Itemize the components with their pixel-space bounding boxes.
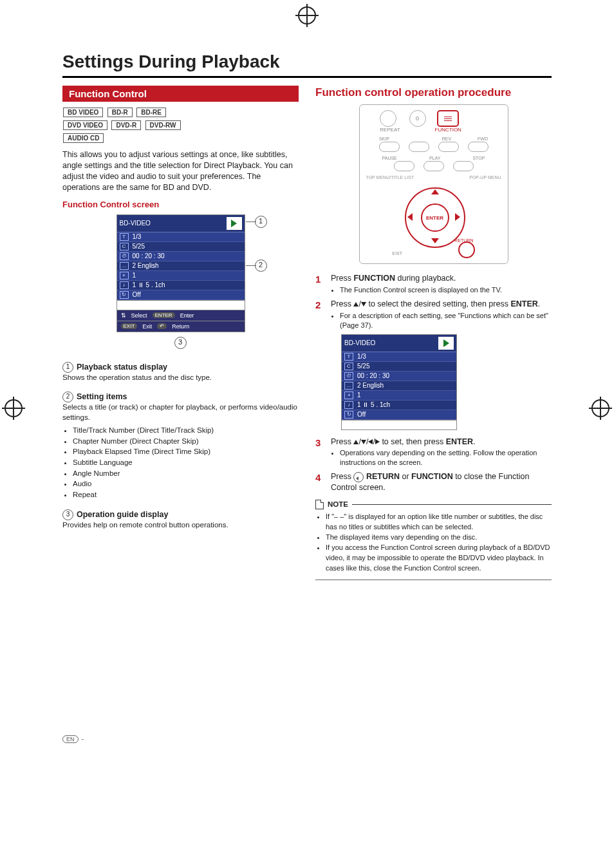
desc-1-text: Shows the operation status and the disc …: [62, 373, 299, 383]
dpad-down-icon: [431, 238, 439, 243]
play-icon: [227, 217, 242, 230]
print-crop-mark: [591, 399, 609, 417]
list-item: Angle Number: [73, 468, 299, 479]
remote-stop-button: [453, 161, 474, 171]
audio-icon: ♪: [120, 281, 129, 289]
remote-return-button: [458, 241, 475, 258]
title-icon: T: [120, 233, 129, 241]
fc-row-value: 1: [133, 272, 136, 279]
remote-play-label: PLAY: [429, 156, 440, 160]
media-label: DVD-RW: [145, 120, 181, 130]
notes-end-rule: [315, 580, 552, 580]
up-arrow-icon: [353, 302, 358, 307]
subtitle-icon: …: [120, 262, 129, 270]
function-control-heading: Function Control: [62, 86, 299, 102]
fc-row-value: Off: [133, 291, 141, 298]
step-note: For a description of each setting, see "…: [340, 311, 552, 330]
remote-illustration: REPEAT 0 FUNCTION: [359, 104, 508, 264]
note-page-icon: [315, 500, 324, 509]
list-item: Subtitle Language: [73, 457, 299, 468]
step-note: Operations vary depending on the setting…: [340, 448, 552, 467]
remote-popup-label: POP-UP MENU: [469, 175, 501, 180]
list-item: Playback Elapsed Time (Direct Time Skip): [73, 446, 299, 457]
desc-2-heading: 2Setting items: [62, 392, 299, 402]
exit-badge-icon: EXIT: [121, 323, 138, 329]
remote-function-label: FUNCTION: [435, 127, 461, 133]
media-label: BD-R: [107, 108, 133, 117]
enter-badge-icon: ENTER: [153, 312, 175, 318]
media-type-labels: BD VIDEO BD-R BD-RE DVD VIDEO DVD-R DVD-…: [62, 106, 299, 144]
print-crop-mark: [5, 399, 23, 417]
list-item: Repeat: [73, 489, 299, 500]
fc-row-value: 1/3: [133, 233, 142, 240]
media-label: AUDIO CD: [63, 133, 104, 143]
fc-screen-illustration-small: BD-VIDEO T1/3 C5/25 ⏱00 : 20 : 30 …2 Eng…: [341, 334, 457, 430]
menu-lines-icon: [444, 115, 452, 122]
fc-row-value: 5/25: [133, 243, 145, 250]
time-icon: ⏱: [120, 252, 129, 260]
remote-skip-back-button: [379, 142, 400, 152]
fc-disc-label: BD-VIDEO: [120, 220, 151, 227]
page-footer: EN -: [62, 735, 552, 743]
fc-screen-illustration: BD-VIDEO T1/3 C5/25 ⏱00 : 20 : 30 …2 Eng…: [116, 214, 245, 332]
dpad-right-icon: [455, 213, 460, 221]
guide-return-label: Return: [172, 323, 189, 330]
media-label: DVD-R: [111, 120, 141, 130]
return-icon: [353, 472, 364, 482]
remote-enter-button: ENTER: [421, 203, 449, 232]
step-2: 2 Press / to select the desired setting,…: [315, 299, 552, 330]
remote-repeat-label: REPEAT: [380, 127, 400, 133]
remote-pause-label: PAUSE: [382, 156, 397, 160]
remote-stop-label: STOP: [472, 156, 485, 160]
step-4: 4 Press RETURN or FUNCTION to close the …: [315, 471, 552, 493]
desc-2-text: Selects a title (or track) or chapter fo…: [62, 402, 299, 422]
desc-3-text: Provides help on remote control button o…: [62, 520, 299, 531]
fc-row-value: 2 English: [133, 262, 159, 269]
callout-2: 2: [255, 259, 267, 272]
right-arrow-icon: [375, 439, 380, 444]
play-icon: [438, 337, 454, 350]
desc-1-heading: 1Playback status display: [62, 362, 299, 373]
down-arrow-icon: [361, 440, 366, 444]
fc-screen-heading: Function Control screen: [62, 200, 299, 209]
page-title: Settings During Playback: [62, 52, 552, 72]
dpad-up-icon: [431, 189, 439, 194]
remote-zero-button: 0: [409, 110, 426, 127]
remote-exit-label: EXIT: [393, 251, 403, 256]
guide-select-label: Select: [131, 312, 147, 319]
list-item: Audio: [73, 478, 299, 489]
procedure-heading: Function control operation procedure: [315, 86, 552, 99]
guide-exit-label: Exit: [142, 323, 152, 330]
repeat-icon: ↻: [120, 291, 129, 299]
setting-items-list: Title/Track Number (Direct Title/Track S…: [62, 425, 299, 500]
remote-rev-label: REV: [442, 137, 451, 141]
return-badge-icon: ↶: [157, 323, 167, 329]
step-1: 1 Press FUNCTION during playback. The Fu…: [315, 273, 552, 295]
notes-list: If "– –" is displayed for an option like…: [315, 512, 552, 574]
left-arrow-icon: [368, 439, 373, 444]
fc-row-value: 00 : 20 : 30: [133, 252, 165, 259]
dpad-left-icon: [407, 213, 413, 221]
step-3: 3 Press /// to set, then press ENTER. Op…: [315, 437, 552, 468]
remote-skip-fwd-button: [409, 142, 429, 152]
list-item: If "– –" is displayed for an option like…: [326, 512, 552, 533]
guide-enter-label: Enter: [180, 312, 194, 319]
remote-fwd-label: FWD: [478, 137, 488, 141]
down-arrow-icon: [361, 302, 366, 307]
remote-fwd-button: [468, 142, 488, 152]
list-item: Title/Track Number (Direct Title/Track S…: [73, 425, 299, 436]
fc-row-value: 1 ⏸ 5 . 1ch: [133, 281, 165, 288]
callout-1: 1: [255, 216, 267, 228]
remote-skip-label: SKIP: [379, 137, 389, 141]
fc-guide-bar: ⇅ Select ENTER Enter: [116, 310, 245, 321]
callout-3: 3: [174, 337, 187, 349]
print-crop-mark: [298, 6, 316, 24]
note-heading: NOTE: [315, 500, 552, 509]
step-note: The Function Control screen is displayed…: [340, 285, 552, 295]
media-label: BD-RE: [136, 108, 166, 117]
remote-function-button: [437, 110, 459, 127]
language-badge: EN: [62, 735, 79, 743]
remote-play-button: [423, 161, 444, 171]
title-rule: [62, 76, 552, 78]
angle-icon: ⌖: [120, 272, 129, 279]
